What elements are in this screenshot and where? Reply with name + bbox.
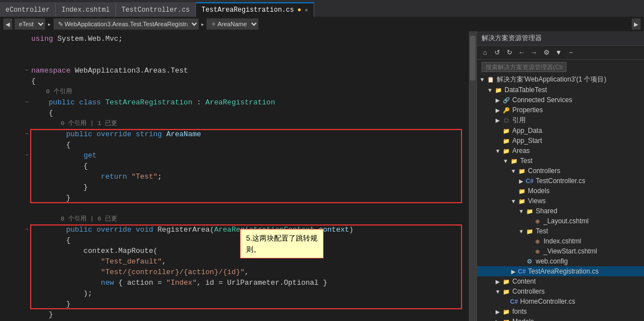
folder-icon: 📁: [502, 277, 511, 286]
tree-item-controllers-root[interactable]: ▼ 📁 Controllers: [477, 286, 644, 296]
code-line: {: [0, 108, 469, 118]
tree-item-test-views[interactable]: ▼ 📁 Test: [477, 226, 644, 236]
project-selector[interactable]: eTest: [15, 18, 45, 30]
tree-item-content[interactable]: ▶ 📁 Content: [477, 276, 644, 286]
folder-icon: 📁: [502, 136, 511, 145]
code-line: "Test_default",: [0, 256, 469, 267]
se-forward-btn[interactable]: →: [528, 47, 540, 58]
se-filter-btn[interactable]: ⚙: [541, 47, 552, 58]
se-back-btn[interactable]: ←: [516, 47, 527, 58]
folder-icon: 📁: [502, 287, 511, 296]
tab-testarea[interactable]: TestAreaRegistration.cs ● ✕: [196, 2, 314, 17]
tab-modified-icon: ●: [297, 6, 301, 14]
code-line: return "Test";: [0, 171, 469, 182]
tooltip-box: 5.这两块配置了跳转规则。: [240, 229, 324, 258]
collapse-btn[interactable]: −: [22, 150, 31, 161]
tree-item-solution[interactable]: ▼ 📋 解决方案'WebApplication3'(1 个项目): [477, 74, 644, 85]
tree-item-test-folder[interactable]: ▼ 📁 Test: [477, 156, 644, 166]
code-line: new { action = "Index", id = UrlParamete…: [0, 277, 469, 288]
code-line: }: [0, 309, 469, 320]
tree-item-views[interactable]: ▼ 📁 Views: [477, 196, 644, 206]
code-line: − public override string AreaName: [0, 129, 469, 140]
cshtml-icon: ⊕: [533, 247, 542, 256]
code-line: }: [0, 193, 469, 203]
code-line: − namespace WebApplication3.Areas.Test: [0, 65, 469, 76]
tab-label: TestAreaRegistration.cs: [201, 6, 294, 14]
folder-icon: 📁: [517, 186, 526, 195]
folder-icon: 📁: [502, 317, 511, 321]
code-line: − get: [0, 150, 469, 161]
tree-item-datatabletest[interactable]: ▼ 📁 DataTableTest: [477, 85, 644, 95]
code-line: 0 个引用 | 1 已更: [0, 118, 469, 129]
se-refresh-btn[interactable]: ↻: [504, 47, 515, 58]
tree-item-shared[interactable]: ▼ 📁 Shared: [477, 206, 644, 216]
se-settings-btn[interactable]: ▼: [553, 47, 564, 58]
tree-item-models-root[interactable]: ▶ 📁 Models: [477, 317, 644, 321]
code-line: 0 个引用: [0, 87, 469, 97]
member-selector[interactable]: ✧ AreaName: [206, 18, 258, 30]
connected-services-icon: 🔗: [502, 95, 511, 104]
tree-item-refs[interactable]: ▶ ⬡ 引用: [477, 115, 644, 126]
tree-item-properties[interactable]: ▶ 🔑 Properties: [477, 105, 644, 115]
cshtml-icon: ⊕: [533, 237, 542, 246]
se-sync-btn[interactable]: ↺: [492, 47, 503, 58]
tab-close-button[interactable]: ✕: [305, 7, 308, 13]
code-line: [0, 44, 469, 55]
tooltip-text: 5.这两块配置了跳转规则。: [246, 234, 318, 253]
folder-icon: 📁: [502, 146, 511, 155]
tree-item-models1[interactable]: 📁 Models: [477, 186, 644, 196]
code-line: [0, 55, 469, 65]
se-title: 解决方案资源管理器: [477, 31, 644, 46]
folder-icon: 📁: [502, 126, 511, 135]
collapse-btn[interactable]: −: [22, 224, 31, 235]
tree-item-app-start[interactable]: 📁 App_Start: [477, 136, 644, 146]
tree-item-testcontroller[interactable]: ▶ C# TestController.cs: [477, 176, 644, 186]
code-line: − public override void RegisterArea(Area…: [0, 224, 469, 235]
folder-icon: 📁: [525, 207, 534, 215]
tree-item-app-data[interactable]: 📁 App_Data: [477, 126, 644, 136]
breadcrumb-bar: ◀ eTest ▸ ✎ WebApplication3.Areas.Test.T…: [0, 17, 644, 31]
se-home-btn[interactable]: ⌂: [479, 47, 491, 58]
folder-icon: 📁: [494, 85, 503, 94]
tree-item-homecontroller[interactable]: C# HomeController.cs: [477, 296, 644, 306]
tree-item-controllers[interactable]: ▼ 📁 Controllers: [477, 166, 644, 176]
breadcrumb-separator2: ▸: [201, 21, 205, 28]
breadcrumb-scroll-right[interactable]: ▶: [632, 18, 641, 30]
folder-icon: 📁: [525, 227, 534, 236]
code-line: − public class TestAreaRegistration : Ar…: [0, 97, 469, 108]
solution-icon: 📋: [486, 75, 495, 84]
tree-item-areas[interactable]: ▼ 📁 Areas: [477, 146, 644, 156]
breadcrumb-scroll-left[interactable]: ◀: [3, 18, 12, 30]
code-line: using System.Web.Mvc;: [0, 33, 469, 44]
code-line: }: [0, 182, 469, 193]
code-line: context.MapRoute(: [0, 246, 469, 256]
tree-item-layout[interactable]: ⊕ _Layout.cshtml: [477, 216, 644, 226]
code-line: [0, 203, 469, 214]
tree-item-connected-services[interactable]: ▶ 🔗 Connected Services: [477, 95, 644, 105]
tree-item-testarea-cs[interactable]: ▶ C# TestAreaRegistration.cs: [477, 266, 644, 276]
editor-scrollbar[interactable]: [469, 31, 477, 321]
se-toolbar: ⌂ ↺ ↻ ← → ⚙ ▼ −: [477, 46, 644, 60]
path-selector[interactable]: ✎ WebApplication3.Areas.Test.TestAreaReg…: [54, 18, 199, 30]
scrollbar-thumb[interactable]: [470, 36, 475, 80]
se-tree: ▼ 📋 解决方案'WebApplication3'(1 个项目) ▼ 📁 Dat…: [477, 74, 644, 321]
tree-item-webconfig[interactable]: ⚙ web.config: [477, 256, 644, 266]
collapse-btn[interactable]: −: [22, 65, 31, 76]
se-search-input[interactable]: [482, 62, 566, 72]
tab-label: TestController.cs: [122, 6, 190, 14]
code-line: "Test/{controller}/{action}/{id}",: [0, 267, 469, 277]
se-search-bar: [477, 60, 644, 74]
tree-item-index-cshtml[interactable]: ⊕ Index.cshtml: [477, 236, 644, 246]
main-content: using System.Web.Mvc; − namespace WebApp…: [0, 31, 644, 321]
tree-item-viewstart[interactable]: ⊕ _ViewStart.cshtml: [477, 246, 644, 256]
tab-testcontroller[interactable]: TestController.cs: [116, 2, 196, 17]
collapse-btn[interactable]: −: [22, 97, 31, 108]
properties-icon: 🔑: [502, 106, 511, 114]
editor-area[interactable]: using System.Web.Mvc; − namespace WebApp…: [0, 31, 469, 321]
tab-econtroller[interactable]: eController: [0, 2, 56, 17]
se-close-btn[interactable]: −: [565, 47, 576, 58]
tree-item-fonts[interactable]: ▶ 📁 fonts: [477, 306, 644, 317]
tab-index-cshtml[interactable]: Index.cshtml: [56, 2, 116, 17]
collapse-btn[interactable]: −: [22, 129, 31, 140]
folder-icon: 📁: [517, 166, 526, 175]
